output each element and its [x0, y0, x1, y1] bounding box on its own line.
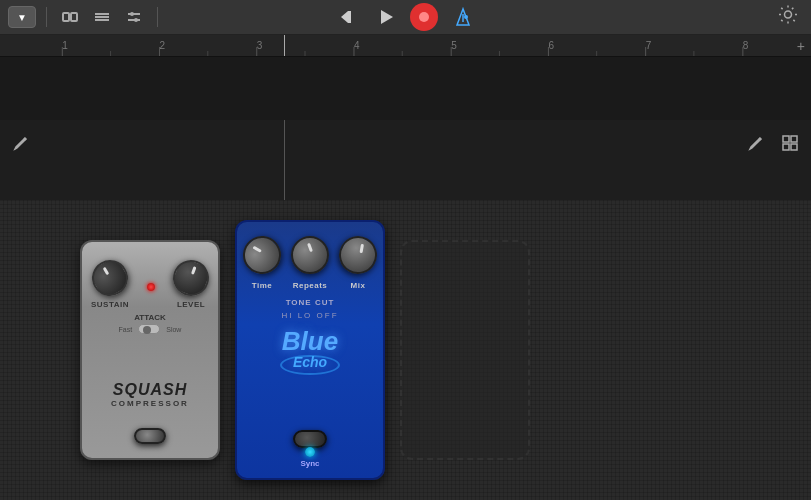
sustain-knob-container: SUSTAIN: [91, 260, 129, 309]
squash-footswitch[interactable]: [134, 428, 166, 444]
svg-text:2: 2: [160, 40, 166, 51]
svg-text:4: 4: [354, 40, 360, 51]
sync-label: Sync: [300, 459, 319, 468]
echo-swirl: [280, 355, 340, 375]
echo-footswitch[interactable]: [293, 430, 327, 448]
dropdown-button[interactable]: ▼: [8, 6, 36, 28]
squash-subtitle: COMPRESSOR: [111, 399, 189, 408]
level-knob-container: LEVEL: [173, 260, 209, 309]
metronome-button[interactable]: [448, 2, 478, 32]
sustain-knob[interactable]: [85, 253, 134, 302]
blue-echo-pedal: Time Repeats Mix TONE CUT HI LO OFF Blu: [235, 220, 385, 480]
squash-brand: SQUASH COMPRESSOR: [111, 381, 189, 408]
repeats-knob-container: Repeats: [291, 236, 329, 290]
gear-button[interactable]: [777, 4, 799, 31]
svg-text:8: 8: [743, 40, 749, 51]
right-tool-area: [743, 130, 803, 156]
record-icon: [419, 12, 429, 22]
right-pencil-button[interactable]: [743, 130, 769, 156]
tone-cut-section: TONE CUT HI LO OFF: [281, 298, 338, 320]
led-container: [147, 260, 155, 309]
attack-row: ATTACK Fast Slow: [119, 313, 182, 334]
svg-point-15: [785, 11, 792, 18]
svg-text:5: 5: [451, 40, 457, 51]
left-tool-area: [8, 130, 34, 156]
level-label: LEVEL: [177, 300, 205, 309]
mix-knob[interactable]: [332, 229, 384, 281]
time-knob-container: Time: [243, 236, 281, 290]
grid-tool-button[interactable]: [777, 130, 803, 156]
toolbar: ▼: [0, 0, 811, 35]
ruler-ticks-container: 1 2 3 4 5 6 7 8: [55, 35, 786, 56]
hi-lo-off-label: HI LO OFF: [281, 311, 338, 320]
attack-toggle[interactable]: [138, 324, 160, 334]
svg-point-6: [130, 12, 134, 16]
svg-point-14: [464, 15, 468, 19]
sliders-button[interactable]: [121, 4, 147, 30]
grid-view-button[interactable]: [57, 4, 83, 30]
svg-rect-40: [791, 136, 797, 142]
svg-rect-41: [783, 144, 789, 150]
ruler-plus[interactable]: +: [797, 38, 805, 54]
svg-rect-39: [783, 136, 789, 142]
fast-label: Fast: [119, 326, 133, 333]
time-label: Time: [252, 281, 273, 290]
squash-knobs-row: SUSTAIN LEVEL: [91, 260, 209, 309]
sustain-label: SUSTAIN: [91, 300, 129, 309]
pencil-tool-button[interactable]: [8, 130, 34, 156]
pedalboard: SUSTAIN LEVEL ATTACK Fast Slow: [0, 200, 811, 500]
record-button[interactable]: [410, 3, 438, 31]
hi-lo-off-row: HI LO OFF: [281, 311, 338, 320]
svg-rect-10: [348, 11, 351, 23]
squash-title: SQUASH: [111, 381, 189, 399]
slow-label: Slow: [166, 326, 181, 333]
level-knob[interactable]: [168, 255, 214, 301]
mix-label: Mix: [351, 281, 366, 290]
attack-switch-row: Fast Slow: [119, 324, 182, 334]
separator-2: [157, 7, 158, 27]
led-indicator: [147, 283, 155, 291]
svg-text:6: 6: [548, 40, 554, 51]
playhead-line: [284, 35, 285, 56]
rewind-button[interactable]: [334, 3, 362, 31]
attack-label: ATTACK: [134, 313, 166, 322]
svg-text:3: 3: [257, 40, 263, 51]
mix-knob-container: Mix: [339, 236, 377, 290]
svg-marker-11: [381, 10, 393, 24]
svg-rect-1: [71, 13, 77, 21]
sync-section: Sync: [300, 447, 319, 468]
svg-point-8: [134, 18, 138, 22]
dropdown-arrow: ▼: [17, 12, 27, 23]
transport-controls: [334, 2, 478, 32]
tone-cut-label: TONE CUT: [281, 298, 338, 307]
list-view-button[interactable]: [89, 4, 115, 30]
echo-title: Blue: [282, 328, 338, 354]
repeats-label: Repeats: [293, 281, 328, 290]
svg-marker-9: [341, 11, 348, 23]
echo-knobs-row: Time Repeats Mix: [243, 236, 377, 290]
svg-text:1: 1: [62, 40, 68, 51]
empty-pedal-slot: [400, 240, 530, 460]
separator-1: [46, 7, 47, 27]
ruler: 1 2 3 4 5 6 7 8 +: [0, 35, 811, 57]
repeats-knob[interactable]: [291, 236, 329, 274]
svg-text:7: 7: [646, 40, 652, 51]
echo-logo-area: Blue Echo: [282, 328, 338, 370]
time-knob[interactable]: [235, 228, 289, 282]
squash-compressor-pedal: SUSTAIN LEVEL ATTACK Fast Slow: [80, 240, 220, 460]
play-button[interactable]: [372, 3, 400, 31]
svg-rect-0: [63, 13, 69, 21]
svg-rect-42: [791, 144, 797, 150]
main-area: SUSTAIN LEVEL ATTACK Fast Slow: [0, 120, 811, 500]
sync-led: [305, 447, 315, 457]
